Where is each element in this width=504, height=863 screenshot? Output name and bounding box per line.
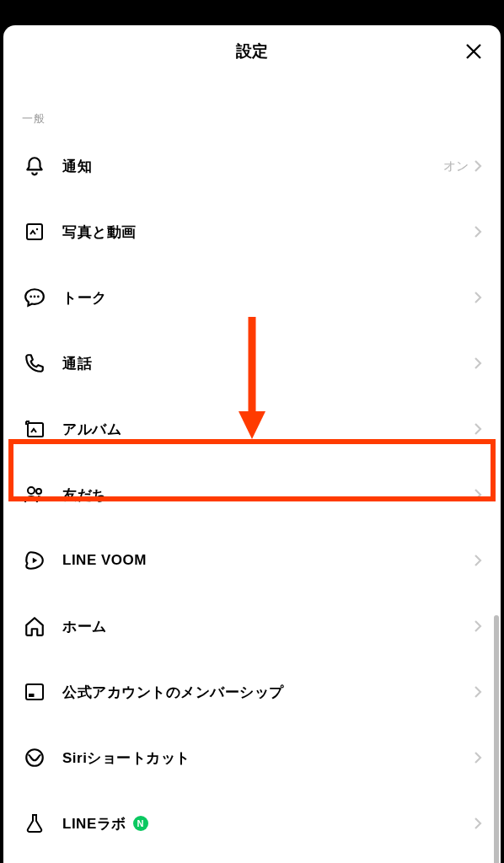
- row-label: 公式アカウントのメンバーシップ: [62, 683, 474, 702]
- svg-point-10: [26, 749, 43, 766]
- chevron-right-icon: [474, 817, 482, 830]
- row-notifications[interactable]: 通知 オン: [3, 133, 501, 199]
- svg-point-6: [28, 487, 35, 494]
- row-line-labs[interactable]: LINEラボ N: [3, 791, 501, 856]
- chevron-right-icon: [474, 225, 482, 239]
- chevron-right-icon: [474, 356, 482, 370]
- row-label: 通知: [62, 157, 443, 176]
- row-call[interactable]: 通話: [3, 330, 501, 396]
- chevron-right-icon: [474, 422, 482, 436]
- flask-icon: [22, 812, 47, 834]
- row-label-text: LINEラボ: [62, 814, 126, 834]
- chevron-right-icon: [474, 685, 482, 699]
- row-label: Siriショートカット: [62, 748, 474, 768]
- row-label: アルバム: [62, 420, 474, 439]
- row-value: オン: [443, 158, 469, 174]
- row-label: トーク: [62, 288, 474, 308]
- chevron-right-icon: [474, 159, 482, 173]
- page-title: 設定: [236, 40, 268, 62]
- phone-icon: [22, 352, 47, 374]
- svg-point-2: [29, 296, 32, 298]
- friends-icon: [22, 484, 47, 506]
- row-talk[interactable]: トーク: [3, 265, 501, 330]
- svg-point-4: [37, 296, 40, 298]
- row-line-voom[interactable]: LINE VOOM: [3, 528, 501, 593]
- section-label: 一般: [3, 78, 501, 133]
- row-photos-videos[interactable]: 写真と動画: [3, 199, 501, 265]
- row-album[interactable]: アルバム: [3, 396, 501, 462]
- chevron-right-icon: [474, 488, 482, 501]
- close-button[interactable]: [462, 40, 485, 63]
- settings-list: 通知 オン 写真と動画 トーク 通話: [3, 133, 501, 856]
- row-label: 写真と動画: [62, 222, 474, 242]
- row-home[interactable]: ホーム: [3, 593, 501, 659]
- row-label: 友だち: [62, 485, 474, 505]
- svg-rect-8: [26, 684, 43, 700]
- svg-rect-9: [29, 694, 35, 697]
- chevron-right-icon: [474, 619, 482, 633]
- siri-icon: [22, 747, 47, 769]
- row-label: LINE VOOM: [62, 552, 474, 569]
- chevron-right-icon: [474, 554, 482, 567]
- chevron-right-icon: [474, 751, 482, 764]
- svg-point-3: [34, 296, 36, 298]
- close-icon: [464, 42, 483, 61]
- chat-icon: [22, 287, 47, 308]
- row-label: 通話: [62, 354, 474, 373]
- row-label: ホーム: [62, 617, 474, 636]
- new-badge: N: [133, 816, 148, 831]
- svg-rect-5: [28, 423, 43, 437]
- play-icon: [22, 549, 47, 571]
- row-official-membership[interactable]: 公式アカウントのメンバーシップ: [3, 659, 501, 725]
- chevron-right-icon: [474, 291, 482, 304]
- scroll-indicator[interactable]: [494, 615, 499, 863]
- svg-point-7: [36, 489, 41, 494]
- home-icon: [22, 615, 47, 637]
- album-icon: [22, 418, 47, 440]
- svg-point-1: [36, 228, 38, 230]
- bell-icon: [22, 155, 47, 177]
- row-friends[interactable]: 友だち: [3, 462, 501, 528]
- row-label: LINEラボ N: [62, 814, 474, 834]
- header: 設定: [3, 25, 501, 78]
- row-siri-shortcut[interactable]: Siriショートカット: [3, 725, 501, 791]
- card-icon: [22, 682, 47, 702]
- image-icon: [22, 222, 47, 242]
